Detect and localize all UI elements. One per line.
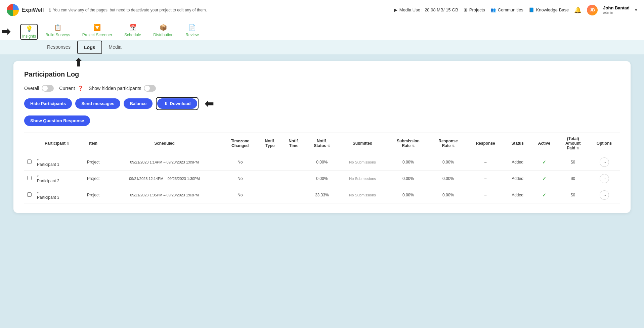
participant-chevron-icon[interactable]: ▾	[37, 158, 77, 161]
col-submission-rate: SubmissionRate ⇅	[387, 133, 429, 154]
col-response-rate: ResponseRate ⇅	[430, 133, 467, 154]
col-timezone-changed: TimezoneChanged	[222, 133, 258, 154]
communities-label: Communities	[498, 7, 523, 12]
distribution-icon: 📦	[160, 24, 167, 31]
download-button[interactable]: ⬇ Download	[157, 98, 197, 109]
col-notif-time: Notif.Time	[282, 133, 306, 154]
show-question-response-button[interactable]: Show Question Response	[24, 115, 90, 126]
project-screener-label: Project Screener	[82, 33, 112, 37]
balance-button[interactable]: Balance	[124, 98, 153, 109]
user-dropdown-icon[interactable]: ▾	[635, 7, 637, 12]
row-checkbox[interactable]	[27, 192, 32, 197]
media-label: Media	[109, 44, 122, 50]
current-help-icon[interactable]: ❓	[78, 86, 83, 91]
row-participant: ▾ Participant 1	[34, 154, 80, 171]
download-label: Download	[170, 101, 190, 106]
overall-toggle[interactable]	[42, 85, 54, 92]
col-item: Item	[80, 133, 107, 154]
build-surveys-label: Build Surveys	[45, 33, 70, 37]
col-scheduled: Scheduled	[107, 133, 222, 154]
show-hidden-toggle[interactable]	[144, 85, 156, 92]
schedule-icon: 📅	[129, 24, 136, 31]
tabs-section: Responses Logs Media ⬆	[0, 40, 644, 54]
tab-distribution[interactable]: 📦 Distribution	[148, 21, 178, 40]
row-checkbox[interactable]	[27, 176, 32, 180]
row-active: ✓	[531, 187, 557, 203]
avatar[interactable]: JB	[587, 5, 598, 15]
controls-row3: Show Question Response	[24, 115, 620, 126]
distribution-label: Distribution	[153, 33, 173, 37]
sub-nav: ➡ 💡 Insights 📋 Build Surveys 🔽 Project S…	[0, 20, 644, 40]
col-response: Response	[467, 133, 504, 154]
projects-link[interactable]: ⊞ Projects	[464, 7, 485, 12]
participation-log-card: Participation Log Overall Current ❓ Show…	[13, 61, 631, 213]
row-checkbox[interactable]	[27, 159, 32, 164]
row-notif-type	[258, 154, 282, 171]
tab-insights[interactable]: 💡 Insights	[20, 24, 38, 40]
row-item: Project	[80, 154, 107, 171]
tab-build-surveys[interactable]: 📋 Build Surveys	[41, 21, 75, 40]
row-status: Added	[504, 171, 531, 187]
col-submitted: Submitted	[338, 133, 387, 154]
review-icon: 📄	[188, 24, 196, 31]
tab-logs[interactable]: Logs	[77, 41, 102, 54]
options-button[interactable]: ···	[600, 157, 609, 167]
options-button[interactable]: ···	[600, 174, 609, 183]
participant-chevron-icon[interactable]: ▾	[37, 191, 77, 194]
row-scheduled: 09/21/2023 1:14PM – 09/23/2023 1:09PM	[107, 154, 222, 171]
col-notif-type: Notif.Type	[258, 133, 282, 154]
row-notif-time	[282, 154, 306, 171]
participant-name: Participant 1	[37, 162, 77, 167]
participation-table: Participant ⇅ Item Scheduled TimezoneCha…	[24, 133, 620, 203]
current-label: Current	[59, 86, 75, 91]
logo-area[interactable]: ExpiWell	[7, 4, 44, 16]
row-status: Added	[504, 187, 531, 203]
download-button-box: ⬇ Download	[156, 97, 199, 110]
send-messages-button[interactable]: Send messages	[75, 98, 120, 109]
col-participant: Participant ⇅	[34, 133, 80, 154]
projects-label: Projects	[469, 7, 485, 12]
user-name: John Bantad	[603, 5, 630, 10]
row-active: ✓	[531, 154, 557, 171]
project-screener-icon: 🔽	[93, 24, 101, 31]
user-info: John Bantad admin	[603, 5, 630, 14]
tab-review[interactable]: 📄 Review	[181, 21, 203, 40]
tab-schedule[interactable]: 📅 Schedule	[120, 21, 146, 40]
participant-name: Participant 2	[37, 179, 77, 183]
active-check-icon: ✓	[542, 176, 546, 181]
knowledge-base-link[interactable]: 📘 Knowledge Base	[529, 7, 569, 12]
row-total-amount-paid: $0	[557, 187, 589, 203]
row-participant: ▾ Participant 3	[34, 187, 80, 203]
right-arrow-annotation: ➡	[1, 25, 10, 38]
row-submission-rate: 0.00%	[387, 187, 429, 203]
down-arrow-annotation: ⬆	[74, 56, 83, 69]
insights-label: Insights	[22, 34, 36, 39]
show-hidden-toggle-group: Show hidden participants	[89, 85, 156, 92]
row-response: –	[467, 171, 504, 187]
top-nav: ExpiWell ℹ You can view any of the pages…	[0, 0, 644, 20]
row-timezone-changed: No	[222, 171, 258, 187]
table-row: ▾ Participant 1 Project 09/21/2023 1:14P…	[24, 154, 620, 171]
row-options: ···	[589, 187, 620, 203]
tab-project-screener[interactable]: 🔽 Project Screener	[78, 21, 117, 40]
show-hidden-label: Show hidden participants	[89, 86, 141, 91]
communities-link[interactable]: 👥 Communities	[490, 7, 523, 12]
overall-toggle-group: Overall	[24, 85, 54, 92]
row-response: –	[467, 187, 504, 203]
notifications-bell-icon[interactable]: 🔔	[574, 6, 582, 14]
participant-chevron-icon[interactable]: ▾	[37, 174, 77, 178]
user-role: admin	[603, 10, 630, 14]
info-icon: ℹ	[49, 7, 51, 13]
row-response-rate: 0.00%	[430, 187, 467, 203]
hide-participants-button[interactable]: Hide Participants	[24, 98, 72, 109]
tab-media[interactable]: Media	[102, 40, 128, 54]
row-checkbox-cell	[24, 154, 34, 171]
options-button[interactable]: ···	[600, 190, 609, 200]
tab-responses[interactable]: Responses	[40, 40, 77, 54]
schedule-label: Schedule	[124, 33, 141, 37]
logo-icon	[7, 4, 19, 16]
review-label: Review	[185, 33, 199, 37]
table-row: ▾ Participant 3 Project 09/21/2023 1:05P…	[24, 187, 620, 203]
media-use-value: 28.98 MB/ 15 GB	[425, 7, 458, 12]
media-use: ▶ Media Use : 28.98 MB/ 15 GB	[394, 7, 458, 12]
